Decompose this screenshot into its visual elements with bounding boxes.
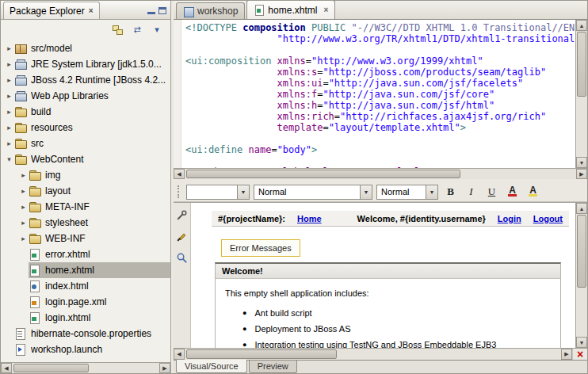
scrollbar-thumb[interactable] [577, 32, 586, 97]
bold-button[interactable]: B [442, 184, 459, 200]
collapsed-arrow-icon[interactable]: ▸ [18, 203, 29, 211]
tree-item[interactable]: login.page.xml [1, 294, 170, 310]
collapsed-arrow-icon[interactable]: ▸ [18, 171, 29, 179]
chevron-down-icon[interactable]: ▼ [360, 185, 372, 199]
chevron-down-icon[interactable]: ▼ [237, 185, 249, 199]
scroll-right-icon[interactable]: ▶ [576, 169, 587, 179]
style-combo[interactable]: ▼ [186, 185, 250, 200]
italic-button[interactable]: I [463, 184, 479, 200]
editor-tab-workshop[interactable]: workshop [176, 2, 245, 19]
collapsed-arrow-icon[interactable]: ▸ [4, 124, 14, 132]
tree-item-body[interactable]: index.html [29, 278, 170, 294]
scrollbar-track[interactable] [185, 169, 576, 179]
scroll-down-icon[interactable]: ▼ [576, 337, 587, 348]
highlight-color-button[interactable]: A [525, 184, 541, 200]
view-menu-icon[interactable]: ▾ [150, 23, 164, 36]
style-button[interactable] [175, 229, 189, 243]
collapsed-arrow-icon[interactable]: ▸ [4, 76, 14, 84]
tree-item[interactable]: workshop.launch [1, 342, 170, 357]
package-explorer-hscrollbar[interactable]: ◀ ▶ [1, 362, 170, 373]
scroll-right-icon[interactable]: ▶ [561, 349, 572, 360]
editor-vscrollbar[interactable]: ▲ ▼ [575, 20, 587, 168]
collapsed-arrow-icon[interactable]: ▸ [18, 219, 29, 227]
scrollbar-thumb[interactable] [13, 364, 89, 372]
tree-item-body[interactable]: stylesheet [29, 215, 170, 231]
collapsed-arrow-icon[interactable]: ▸ [4, 108, 14, 116]
tree-item-body[interactable]: src [14, 135, 170, 151]
tree-item[interactable]: index.html [1, 278, 170, 294]
minimize-icon[interactable] [147, 7, 155, 14]
editor-hscrollbar[interactable]: ◀ ▶ [174, 168, 587, 179]
tree-item-body[interactable]: build [14, 104, 170, 120]
preview-vscrollbar[interactable]: ▲ ▼ [575, 203, 587, 348]
login-link[interactable]: Login [498, 214, 521, 223]
tree-item-body[interactable]: Web App Libraries [14, 88, 170, 104]
expanded-arrow-icon[interactable]: ▾ [4, 155, 14, 163]
preview-hscrollbar[interactable]: ◀ ▶ [174, 349, 572, 360]
tab-visual-source[interactable]: Visual/Source [176, 360, 247, 373]
logout-link[interactable]: Logout [533, 214, 563, 223]
tree-item[interactable]: ▸layout [1, 183, 170, 199]
scroll-up-icon[interactable]: ▲ [576, 20, 587, 31]
font-color-button[interactable]: A [504, 184, 521, 200]
collapsed-arrow-icon[interactable]: ▸ [4, 60, 14, 68]
chevron-down-icon[interactable]: ▼ [426, 185, 437, 199]
zoom-button[interactable] [175, 250, 189, 265]
scroll-left-icon[interactable]: ◀ [174, 349, 185, 360]
scroll-up-icon[interactable]: ▲ [576, 203, 587, 214]
close-tab-icon[interactable]: × [323, 6, 328, 14]
scrollbar-thumb[interactable] [577, 215, 586, 288]
error-messages-placeholder[interactable]: Error Messages [221, 239, 300, 257]
tree-item-body[interactable]: layout [29, 183, 170, 199]
tree-item[interactable]: login.xhtml [1, 310, 170, 326]
underline-button[interactable]: U [483, 184, 500, 200]
tree-item-body[interactable]: home.xhtml [29, 262, 170, 278]
font-combo[interactable]: Normal ▼ [254, 185, 372, 200]
preferences-button[interactable] [175, 208, 189, 222]
home-link[interactable]: Home [297, 214, 322, 223]
tree-item[interactable]: ▸JBoss 4.2 Runtime [JBoss 4.2... [1, 72, 170, 88]
package-explorer-tab[interactable]: Package Explorer × [3, 2, 100, 19]
tree-item-body[interactable]: JRE System Library [jdk1.5.0... [14, 56, 170, 72]
scroll-down-icon[interactable]: ▼ [576, 157, 587, 168]
tab-preview[interactable]: Preview [249, 361, 297, 373]
tree-item[interactable]: ▾WebContent [1, 151, 170, 167]
size-combo[interactable]: Normal ▼ [376, 185, 438, 200]
collapsed-arrow-icon[interactable]: ▸ [18, 235, 29, 242]
tree-item[interactable]: hibernate-console.properties [1, 326, 170, 342]
code-content[interactable]: <!DOCTYPE composition PUBLIC "-//W3C//DT… [181, 20, 575, 168]
tree-item-body[interactable]: login.page.xml [29, 294, 170, 310]
error-indicator-icon[interactable]: × [572, 349, 587, 360]
tree-item[interactable]: ▸img [1, 167, 170, 183]
toolbar-drag-handle[interactable] [178, 185, 181, 198]
link-with-editor-icon[interactable]: ⇄ [130, 23, 144, 36]
scrollbar-track[interactable] [185, 349, 561, 360]
tree-item-body[interactable]: JBoss 4.2 Runtime [JBoss 4.2... [14, 72, 170, 88]
tree-item[interactable]: ▸Web App Libraries [1, 88, 170, 104]
tree-item[interactable]: ▸resources [1, 120, 170, 135]
maximize-icon[interactable] [158, 7, 166, 14]
tree-item[interactable]: ▸src/model [1, 40, 170, 56]
scroll-left-icon[interactable]: ◀ [1, 363, 12, 373]
collapse-all-icon[interactable] [110, 23, 124, 36]
tree-item[interactable]: ▸build [1, 104, 170, 120]
tree-item[interactable]: ▸WEB-INF [1, 231, 170, 246]
scrollbar-track[interactable] [12, 363, 159, 373]
tree-item-body[interactable]: workshop.launch [14, 342, 170, 357]
close-view-icon[interactable]: × [89, 6, 94, 15]
scroll-right-icon[interactable]: ▶ [159, 363, 170, 373]
tree-item[interactable]: ▸stylesheet [1, 215, 170, 231]
collapsed-arrow-icon[interactable]: ▸ [18, 187, 29, 195]
collapsed-arrow-icon[interactable]: ▸ [4, 139, 14, 147]
scroll-left-icon[interactable]: ◀ [174, 169, 185, 179]
editor-tab-home-xhtml[interactable]: home.xhtml × [246, 0, 335, 19]
visual-design-surface[interactable]: #{projectName}: Home Welcome, #{identity… [191, 203, 587, 348]
tree-item[interactable]: home.xhtml [1, 262, 170, 278]
scrollbar-thumb[interactable] [186, 170, 460, 178]
tree-item-body[interactable]: error.xhtml [29, 246, 170, 262]
scrollbar-track[interactable] [576, 214, 587, 337]
collapsed-arrow-icon[interactable]: ▸ [4, 44, 14, 52]
tree-item[interactable]: ▸JRE System Library [jdk1.5.0... [1, 56, 170, 72]
tree-item-body[interactable]: resources [14, 120, 170, 135]
scrollbar-thumb[interactable] [186, 349, 337, 359]
